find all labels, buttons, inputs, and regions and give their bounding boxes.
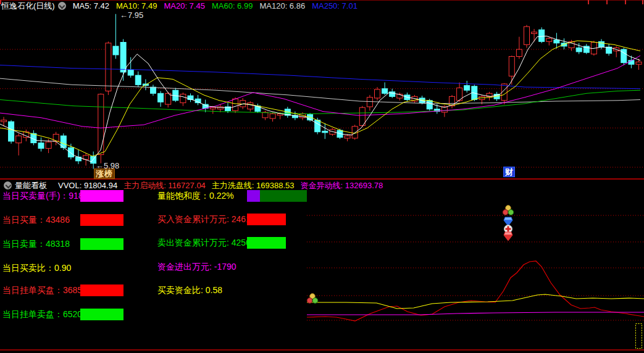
stat-row: 卖出资金累计万元: 4250 [157,238,251,249]
stat-row: 当日挂单买盘：36855 [2,285,87,296]
stat-label: 当日买量： [2,215,46,225]
stat-label: 当日挂单买盘： [2,285,63,295]
gauge-segment [247,214,286,225]
main-chart-header: 恒逸石化(日线) MA5: 7.42 MA10: 7.49 MA20: 7.45… [1,1,358,10]
red-gem-icon [504,232,512,241]
indicator-line [307,312,644,315]
gauge-segment [80,309,123,320]
stat-row: 买卖资金比: 0.58 [157,285,222,296]
stat-value: 43486 [46,215,70,225]
main-wash-line-value: 主力洗盘线: 169388.53 [212,180,295,191]
frame-tick [606,0,608,4]
stat-value: 0.22% [209,191,234,201]
gauge-segment [80,214,123,226]
stat-gauge-bar [247,190,307,202]
stat-value: 0.90 [54,263,71,273]
ma10-label: MA10: 7.49 [116,1,157,10]
indicator-header: 量能看板 VVOL: 91804.94 主力启动线: 116727.04 主力洗… [4,181,383,190]
stat-label: 当日买卖比： [2,263,54,273]
stat-row: 买入资金累计万元: 2461 [157,214,251,225]
surge-tag-badge[interactable]: 涨榜 [94,168,115,179]
stat-gauge-bar [80,190,123,202]
vvol-value: VVOL: 91804.94 [58,181,117,190]
stat-label: 买卖资金比: [157,285,206,295]
stat-row: 当日买卖量(手)：91805 [2,191,93,202]
stat-row: 当日卖量：48318 [2,239,70,250]
stat-row: 当日挂单卖盘：65201 [2,309,87,320]
chevron-down-icon[interactable] [58,2,66,10]
main-start-line-value: 主力启动线: 116727.04 [123,180,206,191]
stat-row: 当日买量：43486 [2,215,70,226]
balls-cluster-icon [307,294,318,304]
frame-tick [625,0,626,4]
chevron-down-icon[interactable] [4,181,12,189]
stat-gauge-bar [247,237,286,249]
stat-label: 买入资金累计万元: [157,214,232,224]
gauge-segment [80,190,123,202]
stat-label: 当日挂单卖盘： [2,309,63,319]
stat-row: 量能饱和度：0.22% [157,191,234,202]
ma60-label: MA60: 6.99 [212,1,253,10]
balls-cluster-icon [503,206,514,215]
frame-tick [642,0,643,4]
stat-row: 资金进出万元: -1790 [157,262,236,273]
app-window: 恒逸石化(日线) MA5: 7.42 MA10: 7.49 MA20: 7.45… [0,0,644,353]
stat-label: 卖出资金累计万元: [157,238,232,247]
indicator-line [307,294,644,309]
high-price-label: ←7.95 [120,10,143,20]
stat-value: 0.58 [206,285,222,295]
stat-label: 当日买卖量(手)： [2,191,69,201]
stat-value: -1790 [214,262,236,272]
gauge-segment [80,238,123,250]
blue-gem-icon [504,217,512,226]
ma250-label: MA250: 7.01 [312,1,358,10]
fund-anomaly-line-value: 资金异动线: 132693.78 [301,180,383,191]
cursor-box[interactable] [636,324,642,349]
stat-gauge-bar [80,309,123,320]
stat-gauge-bar [80,284,123,296]
chart-title: 恒逸石化(日线) [1,1,55,12]
ma20-label: MA20: 7.45 [164,1,205,10]
stat-label: 资金进出万元: [157,262,214,272]
frame-tick [588,0,589,4]
cai-marker-badge[interactable]: 财 [503,167,515,177]
stat-row: 当日买卖比：0.90 [2,263,71,274]
ma5-label: MA5: 7.42 [73,1,109,10]
stat-gauge-bar [80,214,123,226]
bottom-frame-line [0,349,644,351]
indicator-title: 量能看板 [15,180,47,191]
stat-value: 48318 [46,239,70,249]
gauge-segment [247,190,260,202]
stat-label: 量能饱和度： [157,191,209,201]
stat-label: 当日卖量： [2,239,46,249]
ma120-label: MA120: 6.86 [259,1,305,10]
top-frame-line [0,0,644,1]
gauge-segment [247,237,286,249]
stat-gauge-bar [80,238,123,250]
stat-gauge-bar [247,214,286,225]
gauge-segment [260,190,307,202]
gauge-segment [80,284,123,296]
